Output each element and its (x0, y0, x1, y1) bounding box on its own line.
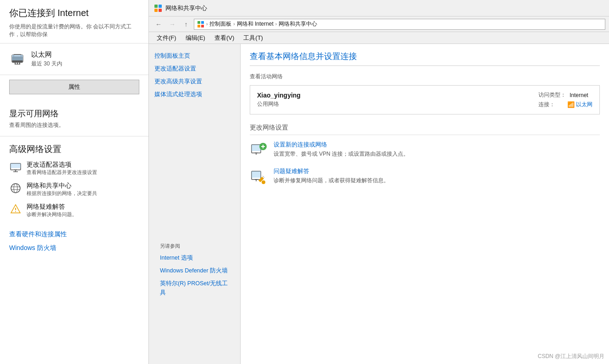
new-connection-item: 设置新的连接或网络 设置宽带、拨号或 VPN 连接；或设置路由器或接入点。 (250, 141, 600, 159)
svg-line-41 (263, 176, 264, 178)
breadcrumb-sep-3: › (275, 22, 277, 27)
svg-rect-25 (198, 21, 200, 24)
forward-button[interactable]: → (166, 18, 178, 30)
active-network-label: 查看活动网络 (250, 73, 600, 81)
show-networks-section: 显示可用网络 查看周围的连接选项。 (0, 101, 148, 136)
svg-rect-30 (252, 145, 261, 151)
show-networks-title: 显示可用网络 (9, 108, 139, 119)
connection-label: 连接： (538, 101, 564, 109)
left-panel: 你已连接到 Internet 你使用的是按流量计费的网络。你 会以不同方式工作，… (0, 0, 149, 364)
watermark: CSDN @江上清风山间明月 (538, 353, 604, 360)
breadcrumb-icon (197, 21, 204, 28)
breadcrumb-control-panel[interactable]: 控制面板 (209, 20, 231, 28)
troubleshoot-icon (9, 203, 22, 216)
change-network-title: 更改网络设置 (250, 124, 600, 135)
main-content: 控制面板主页 更改适配器设置 更改高级共享设置 媒体流式处理选项 另请参阅 In… (149, 44, 609, 364)
troubleshoot-change-item: 问题疑难解答 诊断并修复网络问题，或者获得疑难解答信息。 (250, 167, 600, 185)
active-network-box: Xiao_yingying 公用网络 访问类型： Internet 连接： 📶 … (250, 85, 600, 114)
sharing-center-title: 网络和共享中心 (27, 182, 97, 190)
svg-rect-24 (159, 9, 162, 12)
also-see-intel-proset[interactable]: 英特尔(R) PROSet/无线工具 (154, 277, 235, 299)
network-type: 公用网络 (257, 100, 301, 108)
ethernet-icon (9, 51, 26, 68)
svg-rect-28 (201, 25, 204, 27)
menu-bar: 文件(F) 编辑(E) 查看(V) 工具(T) (149, 32, 609, 44)
window-titlebar: 网络和共享中心 (149, 0, 609, 16)
also-see-internet-options[interactable]: Internet 选项 (154, 251, 235, 264)
properties-button[interactable]: 属性 (9, 80, 139, 94)
svg-rect-37 (252, 171, 261, 178)
also-see-defender-firewall[interactable]: Windows Defender 防火墙 (154, 264, 235, 277)
adapter-icon (9, 161, 22, 174)
sharing-center-icon (9, 182, 22, 195)
troubleshoot-adv-title: 网络疑难解答 (27, 203, 77, 211)
nav-control-panel-home[interactable]: 控制面板主页 (149, 49, 240, 62)
svg-rect-6 (12, 55, 23, 60)
svg-rect-23 (154, 9, 158, 12)
breadcrumb-network-internet[interactable]: 网络和 Internet (237, 20, 274, 28)
svg-point-15 (11, 184, 20, 193)
ethernet-info: 以太网 最近 30 天内 (31, 50, 62, 68)
svg-rect-22 (159, 5, 162, 8)
titlebar-icon (154, 4, 163, 13)
window-title: 网络和共享中心 (165, 4, 207, 12)
internet-desc: 你使用的是按流量计费的网络。你 会以不同方式工作，以帮助你保 (9, 23, 139, 38)
ethernet-time: 最近 30 天内 (31, 60, 62, 68)
troubleshoot-content-desc: 诊断并修复网络问题，或者获得疑难解答信息。 (274, 177, 389, 185)
adapter-options-item[interactable]: 更改适配器选项 查看网络适配器并更改连接设置 (9, 161, 139, 175)
internet-status-section: 你已连接到 Internet 你使用的是按流量计费的网络。你 会以不同方式工作，… (0, 0, 148, 43)
up-button[interactable]: ↑ (180, 18, 192, 30)
breadcrumb-sharing-center[interactable]: 网络和共享中心 (279, 20, 317, 28)
svg-point-20 (15, 211, 16, 212)
nav-media-stream[interactable]: 媒体流式处理选项 (149, 88, 240, 101)
new-connection-link[interactable]: 设置新的连接或网络 (274, 141, 409, 149)
nav-change-adapter[interactable]: 更改适配器设置 (149, 62, 240, 75)
troubleshoot-change-icon (250, 167, 268, 185)
breadcrumb-sep-1: › (206, 22, 208, 27)
adapter-options-desc: 查看网络适配器并更改连接设置 (27, 169, 97, 175)
access-type-label: 访问类型： (538, 91, 566, 99)
new-connection-icon (250, 141, 268, 159)
advanced-section: 高级网络设置 更改适配器选项 查看网络适配器并更改连接设置 (0, 136, 148, 228)
adapter-options-title: 更改适配器选项 (27, 161, 97, 169)
new-connection-desc: 设置宽带、拨号或 VPN 连接；或设置路由器或接入点。 (274, 150, 409, 158)
menu-file[interactable]: 文件(F) (153, 33, 181, 43)
svg-point-16 (14, 184, 17, 193)
left-nav-pane: 控制面板主页 更改适配器设置 更改高级共享设置 媒体流式处理选项 另请参阅 In… (149, 44, 241, 364)
svg-rect-27 (198, 25, 200, 27)
content-main-title: 查看基本网络信息并设置连接 (250, 51, 600, 66)
menu-tools[interactable]: 工具(T) (239, 33, 267, 43)
internet-title: 你已连接到 Internet (9, 7, 139, 19)
advanced-title: 高级网络设置 (9, 143, 139, 155)
troubleshoot-adv-desc: 诊断并解决网络问题。 (27, 211, 77, 217)
troubleshoot-content-link[interactable]: 问题疑难解答 (274, 167, 389, 175)
breadcrumb-sep-2: › (233, 22, 235, 27)
connection-link[interactable]: 📶 以太网 (567, 101, 593, 109)
also-see-title: 另请参阅 (154, 238, 235, 251)
control-panel-window: 网络和共享中心 ← → ↑ › 控制面板 › 网络和 Internet › 网络… (149, 0, 609, 364)
svg-point-40 (262, 180, 265, 184)
sharing-center-desc: 根据所连接到的网络，决定要共 (27, 190, 97, 196)
svg-rect-11 (11, 163, 21, 168)
ethernet-section: 以太网 最近 30 天内 (0, 43, 148, 75)
nav-change-sharing[interactable]: 更改高级共享设置 (149, 75, 240, 88)
ethernet-name: 以太网 (31, 50, 62, 59)
network-ssid: Xiao_yingying (257, 92, 301, 99)
troubleshoot-item[interactable]: 网络疑难解答 诊断并解决网络问题。 (9, 203, 139, 217)
breadcrumb-bar: › 控制面板 › 网络和 Internet › 网络和共享中心 (194, 19, 605, 30)
svg-rect-26 (201, 21, 204, 24)
firewall-link[interactable]: Windows 防火墙 (0, 241, 148, 255)
hardware-link[interactable]: 查看硬件和连接属性 (0, 228, 148, 241)
svg-rect-21 (154, 5, 158, 8)
content-pane: 查看基本网络信息并设置连接 查看活动网络 Xiao_yingying 公用网络 … (241, 44, 609, 364)
access-type-value: Internet (570, 92, 588, 98)
back-button[interactable]: ← (153, 18, 165, 30)
menu-edit[interactable]: 编辑(E) (181, 33, 209, 43)
nav-bar: ← → ↑ › 控制面板 › 网络和 Internet › 网络和共享中心 (149, 16, 609, 32)
sharing-center-item[interactable]: 网络和共享中心 根据所连接到的网络，决定要共 (9, 182, 139, 196)
menu-view[interactable]: 查看(V) (210, 33, 238, 43)
show-networks-desc: 查看周围的连接选项。 (9, 121, 139, 129)
